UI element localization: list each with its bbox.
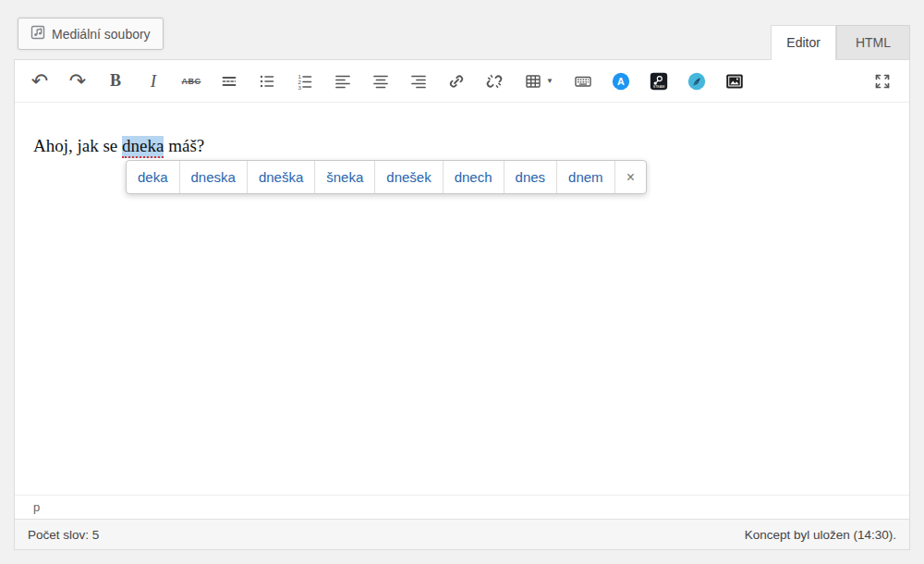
- suggestion-item[interactable]: dnešek: [374, 161, 442, 193]
- text-after: máš?: [164, 136, 204, 155]
- suggestion-item[interactable]: dneska: [179, 161, 247, 193]
- undo-button[interactable]: ↶: [26, 68, 54, 94]
- table-dropdown-arrow: ▼: [546, 77, 553, 85]
- steam-share-button[interactable]: STEAM: [645, 68, 673, 94]
- link-icon: [447, 72, 466, 91]
- table-icon: [524, 72, 542, 91]
- suggestion-item[interactable]: dnes: [504, 161, 557, 193]
- element-path-bar: p: [15, 495, 909, 519]
- keyboard-shortcuts-button[interactable]: [569, 68, 597, 94]
- align-left-button[interactable]: [329, 68, 357, 94]
- suggestion-item[interactable]: dneška: [247, 161, 314, 193]
- editor-status-bar: Počet slov: 5 Koncept byl uložen (14:30)…: [15, 519, 909, 549]
- align-left-icon: [334, 72, 352, 91]
- align-right-button[interactable]: [405, 68, 432, 94]
- italic-button[interactable]: I: [140, 68, 167, 94]
- lightshot-icon: [687, 72, 706, 91]
- editor-content-area[interactable]: Ahoj, jak se dneka máš? deka dneska dneš…: [15, 103, 909, 495]
- bullet-list-button[interactable]: [253, 68, 281, 94]
- classic-editor: ↶ ↷ B I ABC: [14, 59, 910, 550]
- selected-misspelled-word[interactable]: dneka: [122, 136, 164, 158]
- align-right-icon: [409, 72, 428, 91]
- image-icon: [725, 72, 744, 91]
- fullscreen-icon: [873, 72, 892, 91]
- align-center-button[interactable]: [367, 68, 395, 94]
- svg-text:STEAM: STEAM: [653, 85, 665, 89]
- unlink-button[interactable]: [480, 68, 508, 94]
- add-media-label: Mediální soubory: [52, 27, 151, 42]
- keyboard-icon: [574, 72, 592, 91]
- more-tag-button[interactable]: [215, 68, 243, 94]
- suggestion-item[interactable]: dnech: [443, 161, 504, 193]
- autosave-status: Koncept byl uložen (14:30).: [745, 528, 896, 542]
- close-suggestions-icon[interactable]: ×: [614, 161, 646, 193]
- media-icon: [30, 25, 45, 43]
- more-tag-icon: [220, 72, 238, 91]
- strikethrough-icon: ABC: [182, 77, 201, 86]
- spellcheck-suggestions-popup: deka dneska dneška šneka dnešek dnech dn…: [126, 160, 647, 194]
- editor-mode-tabs: Editor HTML: [771, 25, 910, 59]
- insert-image-button[interactable]: [721, 68, 748, 94]
- element-path: p: [33, 500, 40, 514]
- bullet-list-icon: [258, 72, 276, 91]
- app-store-icon: A: [612, 72, 630, 91]
- tab-html[interactable]: HTML: [836, 25, 910, 59]
- text-before: Ahoj, jak se: [33, 136, 122, 155]
- editor-paragraph: Ahoj, jak se dneka máš?: [33, 134, 891, 158]
- editor-toolbar: ↶ ↷ B I ABC: [15, 60, 909, 103]
- bold-icon: B: [110, 71, 121, 91]
- bold-button[interactable]: B: [102, 68, 129, 94]
- numbered-list-button[interactable]: 1 2 3: [291, 68, 319, 94]
- suggestion-item[interactable]: deka: [127, 161, 179, 193]
- suggestion-item[interactable]: šneka: [314, 161, 374, 193]
- link-button[interactable]: [443, 68, 470, 94]
- strikethrough-button[interactable]: ABC: [177, 68, 205, 94]
- steam-icon: STEAM: [650, 72, 668, 91]
- numbered-list-icon: 1 2 3: [296, 72, 314, 91]
- redo-button[interactable]: ↷: [64, 68, 91, 94]
- unlink-icon: [485, 72, 504, 91]
- undo-icon: ↶: [31, 71, 48, 92]
- redo-icon: ↷: [69, 71, 86, 92]
- lightshot-button[interactable]: [683, 68, 711, 94]
- word-count: Počet slov: 5: [28, 528, 99, 542]
- editor-header: Mediální soubory Editor HTML: [14, 0, 910, 59]
- italic-icon: I: [151, 71, 156, 92]
- app-store-share-button[interactable]: A: [607, 68, 635, 94]
- svg-text:3: 3: [298, 84, 301, 91]
- tab-editor[interactable]: Editor: [771, 25, 836, 60]
- align-center-icon: [371, 72, 390, 91]
- add-media-button[interactable]: Mediální soubory: [18, 18, 164, 50]
- fullscreen-button[interactable]: [869, 68, 896, 94]
- table-button[interactable]: ▼: [518, 68, 559, 94]
- svg-text:A: A: [617, 75, 625, 86]
- suggestion-item[interactable]: dnem: [556, 161, 614, 193]
